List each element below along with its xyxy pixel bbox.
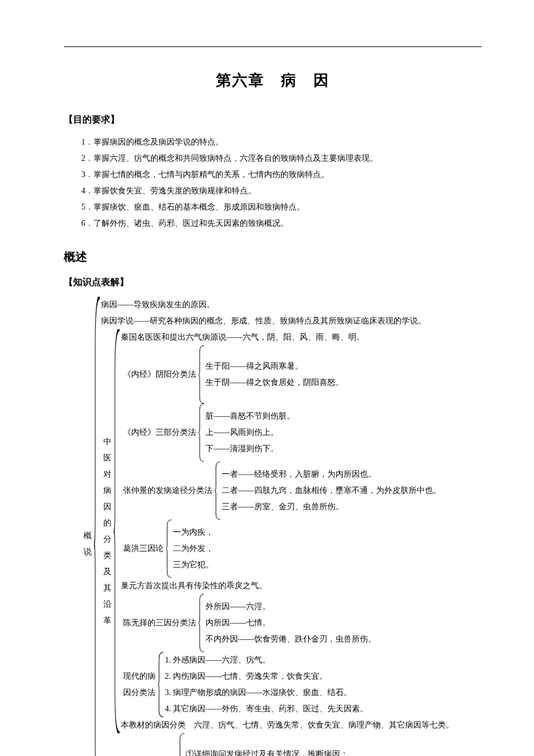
mid-children: 秦国名医医和提出六气病源说——六气，阴、阳、风、雨、晦、明。《内经》阴阳分类法生… <box>121 329 454 733</box>
tree-line: 生于阴——得之饮食居处，阴阳喜怒。 <box>205 375 344 391</box>
tree-line: 一者——经络受邪，入脏腑，为内所因也。 <box>222 466 441 483</box>
group-children: 一者——经络受邪，入脏腑，为内所因也。二者——四肢九窍，血脉相传，壅塞不通，为外… <box>222 462 441 520</box>
tree-line: 生于阳——得之风雨寒暑。 <box>205 358 344 375</box>
vertical-char: 因 <box>103 499 111 515</box>
brace-icon <box>199 594 205 652</box>
brace-icon <box>114 329 121 733</box>
group-children: 生于阳——得之风雨寒暑。生于阴——得之饮食居处，阴阳喜怒。 <box>205 345 344 404</box>
tree-line: 外所因——六淫。 <box>205 599 376 615</box>
knowledge-tree: 概说 病因——导致疾病发生的原因。 病因学说——研究各种病因的概念、形成、性质、… <box>81 297 482 756</box>
group-label: 《内经》三部分类法 <box>121 404 199 462</box>
tree-line: 2. 内伤病因——七情、劳逸失常，饮食失宜。 <box>165 668 368 685</box>
tree-line: 上——风雨则伤上。 <box>205 424 295 441</box>
brace-icon <box>158 652 165 717</box>
vertical-char: 类 <box>103 548 111 564</box>
vertical-char: 对 <box>103 466 111 483</box>
group-label: 现代的病因分类法 <box>121 652 158 717</box>
objective-item: 1．掌握病因的概念及病因学说的特点。 <box>81 134 482 150</box>
vertical-char: 中 <box>103 434 111 450</box>
tree-line: 不内外因——饮食劳倦、跌仆金刃，虫兽所伤。 <box>205 631 376 647</box>
vertical-char: 医 <box>103 450 111 466</box>
overview-heading: 概述 <box>64 249 482 265</box>
tree-line: 一为内疾， <box>173 524 214 541</box>
tree-line: 本教材的病因分类 六淫、疠气、七情、劳逸失常、饮食失宜、病理产物、其它病因等七类… <box>121 717 454 733</box>
tree-line: 1. 外感病因——六淫、疠气。 <box>165 652 368 668</box>
tree-line: 巢元方首次提出具有传染性的乖戾之气。 <box>121 578 454 594</box>
vertical-char: 及 <box>103 564 111 580</box>
tree-line: 二者——四肢九窍，血脉相传，壅塞不通，为外皮肤所中也。 <box>222 483 441 499</box>
group-label-line: 因分类法 <box>123 685 156 701</box>
vertical-char: 革 <box>103 613 111 629</box>
tree-group: 葛洪三因论一为内疾，二为外发，三为它犯。 <box>121 520 454 578</box>
group-children: 脏——喜怒不节则伤脏。上——风雨则伤上。下——清湿则伤下。 <box>205 404 295 462</box>
group-children: 一为内疾，二为外发，三为它犯。 <box>173 520 214 578</box>
tree-line: 内所因——七情。 <box>205 615 376 631</box>
tree-line: 二为外发， <box>173 541 214 557</box>
tree-line: 三者——房室、金刃、虫兽所伤。 <box>222 499 441 515</box>
group-label: 葛洪三因论 <box>121 520 166 578</box>
tree-group: 《内经》阴阳分类法生于阳——得之风雨寒暑。生于阴——得之饮食居处，阴阳喜怒。 <box>121 345 454 404</box>
vertical-char: 其 <box>103 580 111 596</box>
group-label-line: 现代的病 <box>123 668 156 685</box>
methods-children: ①详细询问发病经过及有关情况，推断病因； ②主要以病证的临床表现为依据，进行综合… <box>186 733 454 756</box>
root-label: 概说 <box>81 297 94 756</box>
vertical-char: 的 <box>103 515 111 531</box>
objective-item: 3．掌握七情的概念，七情与内脏精气的关系，七情内伤的致病特点。 <box>81 167 482 183</box>
objectives-list: 1．掌握病因的概念及病因学说的特点。 2．掌握六淫、疠气的概念和共同致病特点，六… <box>81 134 482 232</box>
page: 第六章 病 因 【目的要求】 1．掌握病因的概念及病因学说的特点。 2．掌握六淫… <box>0 0 534 756</box>
methods-label: 中医探求病因的方法 <box>101 733 179 756</box>
objective-item: 6．了解外伤、诸虫、药邪、医过和先天因素的致病概况。 <box>81 215 482 232</box>
group-label: 张仲景的发病途径分类法 <box>121 462 215 520</box>
mid-label: 中医对病因的分类及其沿革 <box>101 329 114 733</box>
top-rule <box>64 46 482 47</box>
brace-icon <box>199 404 205 462</box>
objectives-heading: 【目的要求】 <box>64 114 482 126</box>
tree-line: 三为它犯。 <box>173 557 214 573</box>
tree-group: 陈无择的三因分类法外所因——六淫。内所因——七情。不内外因——饮食劳倦、跌仆金刃… <box>121 594 454 652</box>
root-children: 病因——导致疾病发生的原因。 病因学说——研究各种病因的概念、形成、性质、致病特… <box>101 297 454 756</box>
tree-line: 病因学说——研究各种病因的概念、形成、性质、致病特点及其所致病证临床表现的学说。 <box>101 313 454 329</box>
objective-item: 2．掌握六淫、疠气的概念和共同致病特点，六淫各自的致病特点及主要病理表现。 <box>81 150 482 167</box>
brace-icon <box>179 733 186 756</box>
tree-group: 《内经》三部分类法脏——喜怒不节则伤脏。上——风雨则伤上。下——清湿则伤下。 <box>121 404 454 462</box>
brace-icon <box>94 297 101 756</box>
chapter-title: 第六章 病 因 <box>64 70 482 91</box>
tree-line: 下——清湿则伤下。 <box>205 441 295 457</box>
vertical-char: 沿 <box>103 596 111 613</box>
vertical-char: 病 <box>103 483 111 499</box>
tree-line: 病因——导致疾病发生的原因。 <box>101 297 454 313</box>
brace-icon <box>166 520 173 578</box>
group-label: 《内经》阴阳分类法 <box>121 345 199 404</box>
tree-line: 脏——喜怒不节则伤脏。 <box>205 408 295 424</box>
knowledge-heading: 【知识点表解】 <box>64 276 482 289</box>
vertical-char: 概 <box>84 528 92 544</box>
brace-icon <box>199 345 205 404</box>
tree-line: 3. 病理产物形成的病因——水湿痰饮、瘀血、结石。 <box>165 685 368 701</box>
tree-group: 张仲景的发病途径分类法一者——经络受邪，入脏腑，为内所因也。二者——四肢九窍，血… <box>121 462 454 520</box>
tree-line: 秦国名医医和提出六气病源说——六气，阴、阳、风、雨、晦、明。 <box>121 329 454 345</box>
group-children: 外所因——六淫。内所因——七情。不内外因——饮食劳倦、跌仆金刃，虫兽所伤。 <box>205 594 376 652</box>
objective-item: 5．掌握痰饮、瘀血、结石的基本概念、形成原因和致病特点。 <box>81 199 482 215</box>
group-children: 1. 外感病因——六淫、疠气。2. 内伤病因——七情、劳逸失常，饮食失宜。3. … <box>165 652 368 717</box>
group-label: 陈无择的三因分类法 <box>121 594 199 652</box>
tree-group: 现代的病因分类法1. 外感病因——六淫、疠气。2. 内伤病因——七情、劳逸失常，… <box>121 652 454 717</box>
objective-item: 4．掌握饮食失宜、劳逸失度的致病规律和特点。 <box>81 183 482 199</box>
brace-icon <box>215 462 222 520</box>
tree-line: 4. 其它病因——外伤、寄生虫、药邪、医过、先天因素。 <box>165 701 368 717</box>
tree-line: ①详细询问发病经过及有关情况，推断病因； <box>186 746 454 756</box>
vertical-char: 说 <box>84 544 92 560</box>
vertical-char: 分 <box>103 531 111 548</box>
